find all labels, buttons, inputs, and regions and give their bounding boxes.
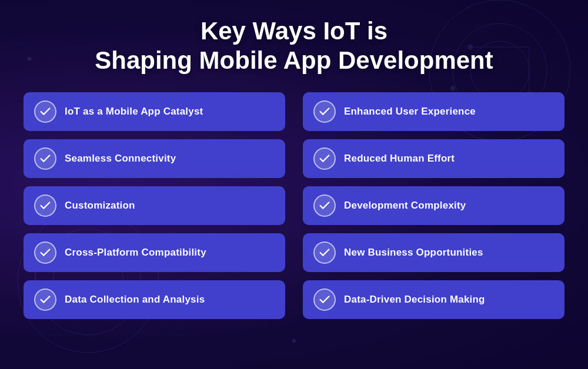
check-icon — [313, 100, 336, 123]
item-label: IoT as a Mobile App Catalyst — [65, 106, 203, 118]
item-enhanced-ux[interactable]: Enhanced User Experience — [303, 92, 564, 131]
check-icon — [313, 147, 336, 170]
item-label: Cross-Platform Compatibility — [65, 247, 206, 259]
item-label: Data Collection and Analysis — [65, 294, 205, 306]
check-icon — [34, 100, 56, 123]
check-icon — [313, 194, 336, 217]
item-iot-catalyst[interactable]: IoT as a Mobile App Catalyst — [24, 92, 285, 131]
items-grid: IoT as a Mobile App Catalyst Enhanced Us… — [24, 92, 564, 319]
check-icon — [34, 194, 56, 217]
check-icon — [313, 289, 336, 311]
svg-point-22 — [292, 339, 296, 343]
check-icon — [34, 289, 56, 311]
item-seamless-connectivity[interactable]: Seamless Connectivity — [24, 139, 285, 178]
item-customization[interactable]: Customization — [24, 186, 285, 225]
item-data-collection[interactable]: Data Collection and Analysis — [24, 280, 285, 319]
item-label: Development Complexity — [344, 200, 466, 212]
item-reduced-human-effort[interactable]: Reduced Human Effort — [303, 139, 564, 178]
item-new-business[interactable]: New Business Opportunities — [303, 233, 564, 272]
item-label: Customization — [65, 200, 135, 212]
item-label: New Business Opportunities — [344, 247, 483, 259]
item-label: Enhanced User Experience — [344, 106, 476, 118]
item-label: Seamless Connectivity — [65, 153, 176, 165]
item-label: Data-Driven Decision Making — [344, 294, 485, 306]
item-data-driven[interactable]: Data-Driven Decision Making — [303, 280, 564, 319]
check-icon — [34, 147, 56, 170]
main-content: Key Ways IoT is Shaping Mobile App Devel… — [0, 0, 588, 331]
check-icon — [34, 241, 56, 264]
check-icon — [313, 241, 336, 264]
page-title: Key Ways IoT is Shaping Mobile App Devel… — [24, 16, 564, 76]
item-development-complexity[interactable]: Development Complexity — [303, 186, 564, 225]
item-cross-platform[interactable]: Cross-Platform Compatibility — [24, 233, 285, 272]
item-label: Reduced Human Effort — [344, 153, 455, 165]
